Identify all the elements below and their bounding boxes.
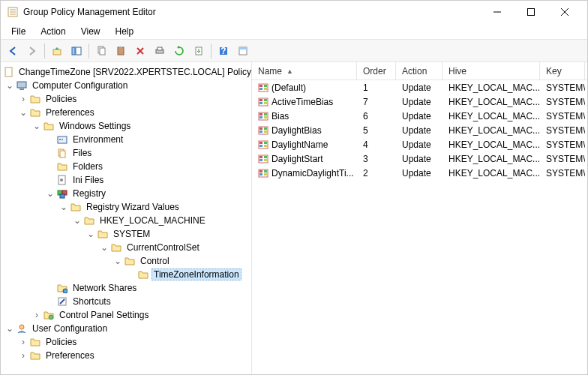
expander-icon[interactable]: › xyxy=(32,310,41,320)
tree-preferences[interactable]: ⌄ Preferences xyxy=(2,106,250,119)
cell-action: Update xyxy=(396,111,442,122)
cell-name: ActiveTimeBias xyxy=(252,97,357,107)
up-button[interactable] xyxy=(48,42,66,60)
menubar: File Action View Help xyxy=(1,23,587,40)
tree-environment[interactable]: Environment xyxy=(2,133,250,146)
copy-button[interactable] xyxy=(92,42,110,60)
list-row[interactable]: ActiveTimeBias7UpdateHKEY_LOCAL_MAC...SY… xyxy=(252,94,587,109)
export-button[interactable] xyxy=(190,42,208,60)
column-name[interactable]: Name▲ xyxy=(252,62,357,80)
column-order[interactable]: Order xyxy=(357,62,396,80)
cell-text: ActiveTimeBias xyxy=(272,97,333,107)
app-icon xyxy=(7,6,19,18)
help-button[interactable]: ? xyxy=(214,42,232,60)
tree-timezoneinformation[interactable]: TimeZoneInformation xyxy=(2,268,250,281)
tree-user-policies[interactable]: › Policies xyxy=(2,335,250,349)
window-title: Group Policy Management Editor xyxy=(23,7,480,17)
menu-action[interactable]: Action xyxy=(33,25,73,38)
cell-order: 6 xyxy=(357,111,396,122)
tree-windows-settings[interactable]: ⌄ Windows Settings xyxy=(2,119,250,133)
cell-name: DaylightStart xyxy=(252,154,357,164)
expander-icon[interactable]: ⌄ xyxy=(100,243,109,252)
tree-label: CurrentControlSet xyxy=(124,242,202,253)
refresh-button[interactable] xyxy=(170,42,188,60)
list-row[interactable]: DaylightName4UpdateHKEY_LOCAL_MAC...SYST… xyxy=(252,137,587,152)
cell-action: Update xyxy=(396,154,442,164)
cell-name: Bias xyxy=(252,111,357,122)
column-hive[interactable]: Hive xyxy=(442,62,540,80)
menu-file[interactable]: File xyxy=(4,25,33,38)
tree-hklm[interactable]: ⌄ HKEY_LOCAL_MACHINE xyxy=(2,214,250,227)
cell-key: SYSTEM\C xyxy=(540,125,585,136)
paste-button[interactable] xyxy=(112,42,130,60)
tree-label: Windows Settings xyxy=(57,121,133,131)
tree-registry[interactable]: ⌄ Registry xyxy=(2,187,250,200)
column-label: Order xyxy=(363,66,386,76)
tree-folders[interactable]: Folders xyxy=(2,160,250,173)
expander-icon[interactable]: ⌄ xyxy=(73,216,82,225)
tree-files[interactable]: Files xyxy=(2,146,250,160)
tree-ini-files[interactable]: Ini Files xyxy=(2,173,250,187)
delete-button[interactable] xyxy=(131,42,149,60)
tree-pane[interactable]: ChangeTimeZone [SRV2022.XPERTSTEC.LOCAL]… xyxy=(1,62,252,374)
svg-rect-60 xyxy=(264,130,267,133)
tree-user-configuration[interactable]: ⌄ User Configuration xyxy=(2,322,250,335)
minimize-button[interactable] xyxy=(480,1,514,23)
tree-label: Control Panel Settings xyxy=(57,310,151,320)
tree-policies[interactable]: › Policies xyxy=(2,92,250,106)
svg-rect-25 xyxy=(17,82,26,88)
close-button[interactable] xyxy=(548,1,581,23)
list-row[interactable]: DynamicDaylightTi...2UpdateHKEY_LOCAL_MA… xyxy=(252,166,587,180)
svg-rect-12 xyxy=(100,48,105,55)
list-row[interactable]: Bias6UpdateHKEY_LOCAL_MAC...SYSTEM\C xyxy=(252,109,587,123)
column-action[interactable]: Action xyxy=(396,62,442,80)
expander-icon[interactable]: ⌄ xyxy=(46,189,55,198)
tree-root[interactable]: ChangeTimeZone [SRV2022.XPERTSTEC.LOCAL]… xyxy=(2,65,250,79)
expander-icon[interactable]: › xyxy=(19,338,28,346)
list-row[interactable]: (Default)1UpdateHKEY_LOCAL_MAC...SYSTEM\… xyxy=(252,80,587,94)
list-row[interactable]: DaylightBias5UpdateHKEY_LOCAL_MAC...SYST… xyxy=(252,123,587,137)
cell-action: Update xyxy=(396,168,442,178)
print-button[interactable] xyxy=(151,42,169,60)
tree-shortcuts[interactable]: Shortcuts xyxy=(2,295,250,308)
svg-rect-24 xyxy=(5,68,12,76)
tree-system[interactable]: ⌄ SYSTEM xyxy=(2,227,250,241)
tree-computer-configuration[interactable]: ⌄ Computer Configuration xyxy=(2,79,250,92)
svg-rect-49 xyxy=(260,102,262,104)
menu-view[interactable]: View xyxy=(74,25,108,38)
list-pane[interactable]: Name▲ Order Action Hive Key (Default)1Up… xyxy=(252,62,587,374)
expander-icon[interactable]: ⌄ xyxy=(5,324,14,333)
list-row[interactable]: DaylightStart3UpdateHKEY_LOCAL_MAC...SYS… xyxy=(252,152,587,166)
forward-button[interactable] xyxy=(23,42,41,60)
expander-icon[interactable]: ⌄ xyxy=(5,81,14,90)
cell-order: 5 xyxy=(357,125,396,136)
back-button[interactable] xyxy=(4,42,22,60)
expander-icon[interactable]: › xyxy=(19,94,28,104)
maximize-button[interactable] xyxy=(514,1,548,23)
expander-icon[interactable]: ⌄ xyxy=(113,256,122,266)
svg-rect-47 xyxy=(260,99,262,101)
expander-icon[interactable]: › xyxy=(19,351,28,360)
svg-rect-63 xyxy=(264,142,267,144)
svg-rect-5 xyxy=(527,9,534,16)
show-hide-tree-button[interactable] xyxy=(68,42,86,60)
tree-network-shares[interactable]: Network Shares xyxy=(2,281,250,295)
expander-icon[interactable]: ⌄ xyxy=(19,108,28,117)
tree-label: Ini Files xyxy=(70,175,106,185)
expander-icon[interactable]: ⌄ xyxy=(86,230,95,238)
tree-registry-wizard[interactable]: ⌄ Registry Wizard Values xyxy=(2,200,250,214)
tree-control-panel-settings[interactable]: › Control Panel Settings xyxy=(2,308,250,322)
tree-control[interactable]: ⌄ Control xyxy=(2,254,250,268)
tree-user-preferences[interactable]: › Preferences xyxy=(2,349,250,362)
cell-key: SYSTEM\C xyxy=(540,111,585,122)
svg-point-40 xyxy=(20,325,24,329)
tree-ccs[interactable]: ⌄ CurrentControlSet xyxy=(2,241,250,254)
expander-icon[interactable]: ⌄ xyxy=(59,202,68,212)
cell-hive: HKEY_LOCAL_MAC... xyxy=(442,140,540,150)
cell-hive: HKEY_LOCAL_MAC... xyxy=(442,111,540,122)
menu-help[interactable]: Help xyxy=(108,25,142,38)
column-key[interactable]: Key xyxy=(540,62,585,80)
control-panel-icon xyxy=(43,309,55,321)
expander-icon[interactable]: ⌄ xyxy=(32,122,41,130)
properties-button[interactable] xyxy=(234,42,252,60)
